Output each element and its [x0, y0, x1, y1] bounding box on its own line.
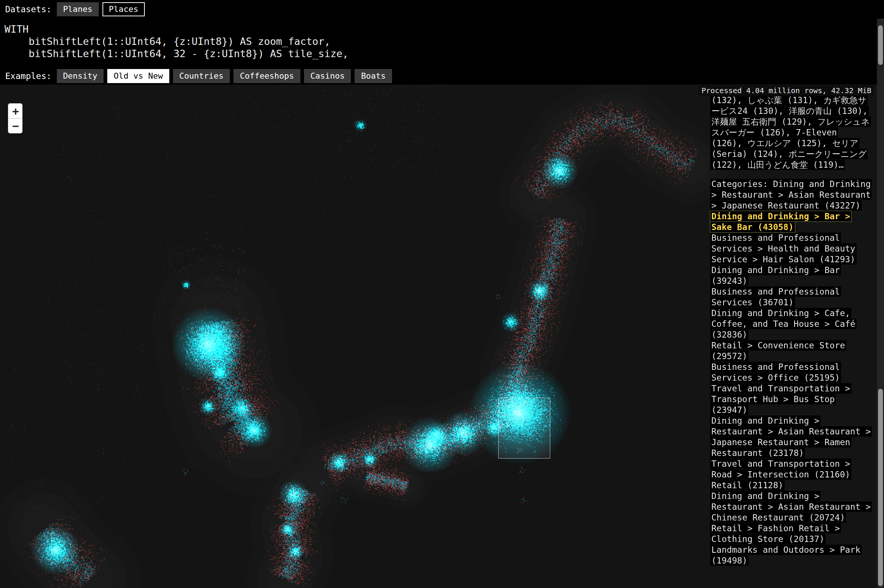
- top-brands-text: (132), しゃぶ葉 (131), カギ救急サービス24 (130), 洋服の…: [710, 95, 872, 170]
- category-item: Retail > Fashion Retail > Clothing Store…: [710, 523, 872, 544]
- page-scrollbar-thumb[interactable]: [878, 389, 883, 586]
- selection-rectangle[interactable]: [498, 398, 550, 459]
- category-item: Business and Professional Services > Hea…: [710, 232, 872, 265]
- category-item: Categories: Dining and Drinking > Restau…: [710, 179, 872, 211]
- dataset-button-places[interactable]: Places: [102, 2, 144, 16]
- category-item: Landmarks and Outdoors > Park (19498): [710, 544, 872, 566]
- datasets-button-group: PlanesPlaces: [57, 2, 149, 16]
- category-item: Business and Professional Services (3670…: [710, 286, 872, 308]
- sql-line: bitShiftLeft(1::UInt64, {z:UInt8}) AS zo…: [5, 35, 884, 48]
- datasets-label: Datasets:: [5, 4, 52, 14]
- scrollbar-track[interactable]: [877, 18, 884, 588]
- category-item: Retail > Convenience Store (29572): [710, 340, 872, 362]
- category-item-highlighted: Dining and Drinking > Bar > Sake Bar (43…: [710, 211, 872, 232]
- category-item: Business and Professional Services > Off…: [710, 362, 872, 383]
- category-item: Travel and Transportation > Road > Inter…: [710, 459, 872, 480]
- category-item: Retail (21128): [710, 480, 872, 491]
- examples-toolbar: Examples: DensityOld vs NewCountriesCoff…: [0, 68, 884, 85]
- datasets-toolbar: Datasets: PlanesPlaces: [0, 0, 884, 18]
- sql-editor[interactable]: WITH bitShiftLeft(1::UInt64, {z:UInt8}) …: [0, 18, 884, 68]
- stats-sidebar: (132), しゃぶ葉 (131), カギ救急サービス24 (130), 洋服の…: [710, 95, 872, 566]
- example-button-coffeeshops[interactable]: Coffeeshops: [233, 69, 301, 83]
- category-item: Travel and Transportation > Transport Hu…: [710, 383, 872, 416]
- sql-scrollbar-thumb[interactable]: [878, 25, 883, 65]
- example-button-density[interactable]: Density: [57, 69, 104, 83]
- map-viewport[interactable]: + − Processed 4.04 million rows, 42.32 M…: [0, 85, 884, 588]
- processed-status: Processed 4.04 million rows, 42.32 MiB: [698, 86, 874, 96]
- example-button-countries[interactable]: Countries: [173, 69, 230, 83]
- sql-line: WITH: [5, 23, 884, 35]
- example-button-boats[interactable]: Boats: [355, 69, 392, 83]
- categories-list: Categories: Dining and Drinking > Restau…: [710, 179, 872, 566]
- examples-label: Examples:: [5, 71, 52, 81]
- category-item: Dining and Drinking > Restaurant > Asian…: [710, 416, 872, 459]
- zoom-out-button[interactable]: −: [8, 118, 23, 133]
- zoom-control: + −: [8, 103, 23, 134]
- sql-line: bitShiftLeft(1::UInt64, 32 - {z:UInt8}) …: [5, 48, 884, 60]
- example-button-old-vs-new[interactable]: Old vs New: [107, 69, 169, 83]
- dataset-button-planes[interactable]: Planes: [57, 2, 99, 16]
- examples-button-group: DensityOld vs NewCountriesCoffeeshopsCas…: [57, 69, 396, 83]
- category-item: Dining and Drinking > Bar (39243): [710, 265, 872, 286]
- category-item: Dining and Drinking > Cafe, Coffee, and …: [710, 308, 872, 340]
- zoom-in-button[interactable]: +: [8, 104, 23, 118]
- example-button-casinos[interactable]: Casinos: [304, 69, 351, 83]
- category-item: Dining and Drinking > Restaurant > Asian…: [710, 491, 872, 523]
